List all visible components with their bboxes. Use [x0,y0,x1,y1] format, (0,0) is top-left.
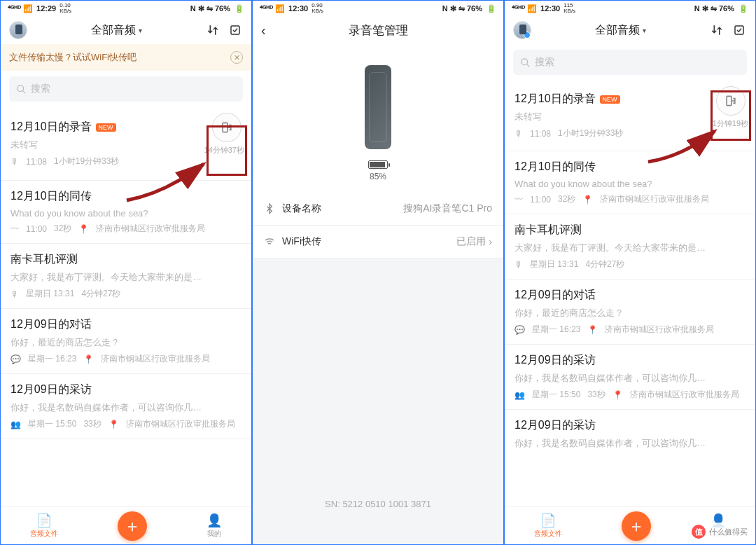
list-item[interactable]: 南卡耳机评测 大家好，我是布丁评测。今天给大家带来的是… 🎙 星期日 13:31… [1,244,251,309]
device-image [365,65,391,149]
notification-dot-icon [524,32,531,39]
avatar[interactable] [9,21,27,39]
status-right-icons: N ✻ ⇋ 76% [442,4,482,13]
status-bar: ⁴ᴳᴴᴰ 📶 12:30 115KB/s N ✻ ⇋ 76% 🔋 [505,1,755,16]
location-icon: 📍 [108,420,119,429]
battery-icon: 🔋 [738,4,748,13]
status-bar: ⁴ᴳᴴᴰ 📶 12:29 0.10KB/s N ✻ ⇋ 76% 🔋 [1,1,251,16]
sync-progress-icon[interactable] [716,86,746,116]
search-placeholder: 搜索 [535,56,554,69]
audio-list[interactable]: 12月10日的录音 NEW 未转写 🎙 11:08 1小时19分钟33秒 1分钟… [505,81,755,506]
app-header: 全部音频 ▾ [505,16,755,44]
list-item[interactable]: 12月09日的采访 你好，我是名数码自媒体作者，可以咨询你几… 👥 星期一 15… [1,374,251,439]
wave-icon: 〰 [514,195,523,205]
filter-dropdown[interactable]: 全部音频 ▾ [538,23,702,38]
audio-list[interactable]: 12月10日的录音 NEW 未转写 🎙 11:08 1小时19分钟33秒 14分… [1,107,251,506]
status-bar: ⁴ᴳᴴᴰ 📶 12:30 0.90KB/s N ✻ ⇋ 76% 🔋 [253,1,503,16]
battery-percent: 85% [370,172,386,181]
mic-icon: 🎙 [10,289,19,299]
status-time: 12:29 [36,4,56,13]
new-badge: NEW [600,95,620,104]
chevron-right-icon: › [489,236,492,247]
wifi-transfer-row[interactable]: WiFi快传 已启用 › [253,226,503,258]
list-item[interactable]: 12月10日的录音 NEW 未转写 🎙 11:08 1小时19分钟33秒 1分钟… [505,81,755,151]
serial-number: SN: 5212 0510 1001 3871 [325,499,431,509]
page-title: 录音笔管理 [261,22,495,39]
watermark: 值 什么值得买 [687,523,752,541]
pane-right: ⁴ᴳᴴᴰ 📶 12:30 115KB/s N ✻ ⇋ 76% 🔋 全部音频 ▾ … [504,0,756,545]
sort-button[interactable] [205,22,220,38]
chat-icon: 💬 [514,325,525,335]
list-item[interactable]: 12月10日的同传 What do you know about the sea… [1,181,251,244]
wifi-banner[interactable]: 文件传输太慢？试试WiFi快传吧 ✕ [1,44,251,71]
status-right-icons: N ✻ ⇋ 76% [190,4,230,13]
location-icon: 📍 [83,354,94,364]
tab-mine[interactable]: 👤 我的 [206,513,222,539]
close-icon[interactable]: ✕ [230,51,243,64]
list-item[interactable]: 12月09日的对话 你好，最近的商店怎么走？ 💬 星期一 16:23 📍 济南市… [505,280,755,345]
status-right-icons: N ✻ ⇋ 76% [694,4,734,13]
device-name-row[interactable]: 设备名称 搜狗AI录音笔C1 Pro [253,193,503,226]
location-icon: 📍 [78,224,89,234]
people-icon: 👥 [10,420,21,429]
pane-left: ⁴ᴳᴴᴰ 📶 12:29 0.10KB/s N ✻ ⇋ 76% 🔋 全部音频 ▾… [0,0,252,545]
list-item[interactable]: 12月09日的采访 你好，我是名数码自媒体作者，可以咨询你几… [505,410,755,458]
files-icon: 📄 [540,513,556,528]
battery-icon: 🔋 [486,4,496,13]
list-item[interactable]: 南卡耳机评测 大家好，我是布丁评测。今天给大家带来的是… 🎙 星期日 13:31… [505,214,755,280]
search-icon [16,84,27,95]
sync-time-label: 14分钟37秒 [204,145,244,156]
list-item[interactable]: 12月09日的采访 你好，我是名数码自媒体作者，可以咨询你几… 👥 星期一 15… [505,345,755,410]
page-header: ‹ 录音笔管理 [253,16,503,44]
svg-point-1 [18,85,24,91]
bluetooth-icon [264,203,275,214]
profile-icon: 👤 [206,513,222,528]
filter-label: 全部音频 [91,23,136,38]
chat-icon: 💬 [10,354,21,364]
record-button[interactable]: ＋ [118,511,147,541]
banner-text: 文件传输太慢？试试WiFi快传吧 [9,51,136,64]
chevron-down-icon: ▾ [643,27,646,34]
filter-dropdown[interactable]: 全部音频 ▾ [34,23,198,38]
svg-rect-2 [223,123,227,132]
svg-rect-5 [727,96,732,105]
battery-icon: 🔋 [234,4,244,13]
search-input[interactable]: 搜索 [9,76,243,102]
sn-area: SN: 5212 0510 1001 3871 [253,258,503,544]
tab-bar: 📄 音频文件 ＋ 👤 我的 [1,506,251,544]
new-badge: NEW [96,123,116,132]
select-button[interactable] [732,22,747,38]
list-item[interactable]: 12月10日的同传 What do you know about the sea… [505,151,755,214]
item-title: 12月10日的录音 [10,120,92,134]
svg-point-4 [522,58,528,64]
sync-progress-icon[interactable] [212,113,241,142]
location-icon: 📍 [612,390,623,400]
search-placeholder: 搜索 [31,83,50,95]
svg-rect-3 [735,26,743,34]
watermark-text: 什么值得买 [709,527,748,537]
tab-files[interactable]: 📄 音频文件 [30,513,58,539]
mic-icon: 🎙 [514,129,523,139]
list-item[interactable]: 12月09日的对话 你好，最近的商店怎么走？ 💬 星期一 16:23 📍 济南市… [1,309,251,374]
location-icon: 📍 [582,195,593,205]
pane-center: ⁴ᴳᴴᴰ 📶 12:30 0.90KB/s N ✻ ⇋ 76% 🔋 ‹ 录音笔管… [252,0,504,545]
filter-label: 全部音频 [595,23,640,38]
network-icon: ⁴ᴳᴴᴰ 📶 [8,4,33,13]
record-button[interactable]: ＋ [622,511,651,541]
app-header: 全部音频 ▾ [1,16,251,44]
network-icon: ⁴ᴳᴴᴰ 📶 [260,4,285,13]
files-icon: 📄 [36,513,52,528]
list-item[interactable]: 12月10日的录音 NEW 未转写 🎙 11:08 1小时19分钟33秒 14分… [1,107,251,181]
wifi-icon [264,236,275,247]
search-input[interactable]: 搜索 [513,50,747,75]
wave-icon: 〰 [10,224,19,234]
mic-icon: 🎙 [10,157,19,167]
sort-button[interactable] [709,22,724,38]
tab-files[interactable]: 📄 音频文件 [534,513,562,539]
search-icon [520,57,531,68]
select-button[interactable] [227,22,243,38]
watermark-badge-icon: 值 [692,525,706,539]
svg-rect-0 [231,26,239,34]
avatar[interactable] [513,21,531,39]
mic-icon: 🎙 [514,260,523,270]
